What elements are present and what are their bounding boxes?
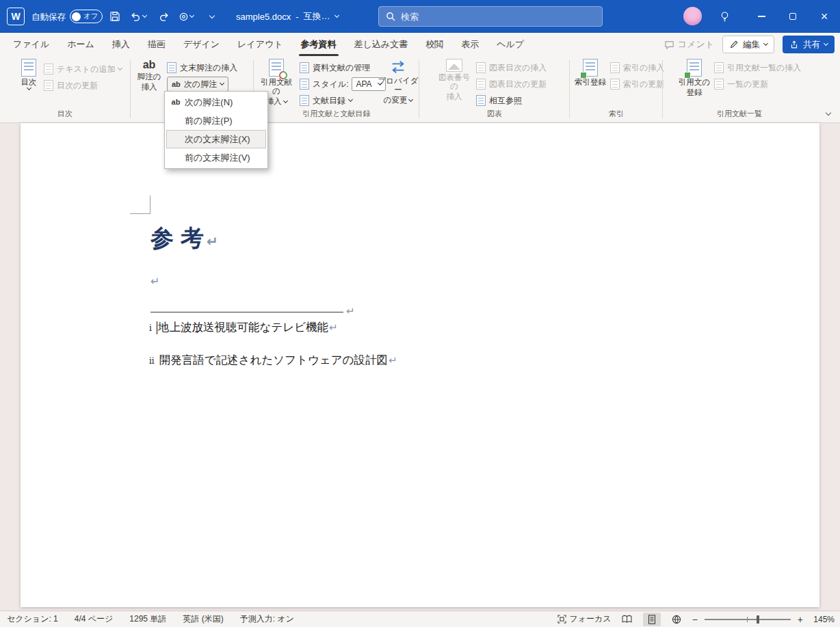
collapse-ribbon-button[interactable] — [826, 107, 830, 117]
group-label-index: 索引 — [570, 109, 662, 119]
focus-icon — [557, 615, 566, 624]
focus-mode-button[interactable]: フォーカス — [557, 613, 612, 625]
editing-mode-button[interactable]: 編集 — [722, 36, 774, 53]
chevron-down-icon — [220, 81, 224, 85]
maximize-button[interactable] — [777, 0, 809, 33]
tab-design[interactable]: デザイン — [174, 33, 228, 56]
autosave-toggle[interactable]: オフ — [70, 10, 103, 23]
menu-item-previous-endnote[interactable]: 前の文末脚注(V) — [166, 148, 266, 167]
zoom-in-button[interactable]: + — [798, 614, 803, 625]
cross-reference-button[interactable]: 相互参照 — [476, 93, 522, 108]
next-footnote-button[interactable]: ab 次の脚注 — [167, 77, 228, 92]
ab-next-footnote-icon: ab — [172, 98, 181, 106]
style-label: スタイル: — [313, 79, 348, 90]
insert-table-of-authorities-button[interactable]: 引用文献一覧の挿入 — [714, 60, 801, 75]
comments-button[interactable]: コメント — [664, 38, 714, 51]
chevron-down-icon — [826, 110, 831, 116]
document-page[interactable]: 参考 ↵ ↵ ↵ i 地上波放送視聴可能なテレビ機能 ↵ ii 開発言語で記述さ… — [21, 123, 819, 607]
insert-table-of-figures-button[interactable]: 図表目次の挿入 — [476, 60, 547, 75]
text-cursor — [157, 321, 157, 334]
group-label-authorities: 引用文献一覧 — [662, 109, 817, 119]
page-indicator[interactable]: 4/4 ページ — [75, 613, 114, 625]
read-mode-button[interactable] — [618, 613, 636, 626]
zoom-slider-thumb[interactable] — [757, 615, 759, 624]
group-divider — [130, 60, 131, 118]
lightbulb-icon[interactable] — [720, 11, 730, 25]
chevron-down-icon — [824, 41, 828, 46]
print-layout-icon — [647, 615, 657, 624]
mark-citation-button[interactable]: 引用文の 登録 — [677, 59, 711, 97]
tab-draw[interactable]: 描画 — [139, 33, 174, 56]
document-title[interactable]: sample5.docx - 互換… — [236, 10, 339, 23]
toc-button[interactable]: 目次 — [15, 59, 42, 90]
zoom-out-button[interactable]: − — [692, 614, 698, 625]
group-divider — [569, 60, 570, 118]
redo-icon — [159, 11, 170, 22]
footnote-separator-line — [150, 312, 343, 312]
word-count[interactable]: 1295 単語 — [129, 613, 166, 625]
document-heading: 参考 ↵ — [150, 223, 218, 254]
green-badge-icon — [684, 72, 691, 79]
top-right-actions: コメント 編集 共有 — [664, 36, 835, 53]
insert-endnote-icon — [167, 62, 176, 73]
mark-entry-icon — [583, 59, 598, 77]
add-text-button[interactable]: テキストの追加 — [44, 62, 122, 77]
group-divider — [419, 60, 419, 118]
tab-review[interactable]: 校閲 — [417, 33, 452, 56]
search-input[interactable] — [401, 12, 579, 22]
text-prediction-indicator[interactable]: 予測入力: オン — [240, 613, 294, 625]
menu-item-next-footnote[interactable]: ab 次の脚注(N) — [166, 93, 266, 111]
web-layout-button[interactable] — [668, 613, 685, 626]
insert-footnote-button[interactable]: ab 脚注の 挿入 — [134, 59, 164, 92]
print-layout-button[interactable] — [643, 613, 661, 626]
language-indicator[interactable]: 英語 (米国) — [183, 613, 223, 625]
update-toc-icon — [44, 80, 53, 91]
tab-file[interactable]: ファイル — [4, 33, 58, 56]
tab-help[interactable]: ヘルプ — [488, 33, 533, 56]
update-index-button[interactable]: 索引の更新 — [610, 77, 664, 92]
tab-layout[interactable]: レイアウト — [228, 33, 292, 56]
zoom-level[interactable]: 145% — [810, 615, 835, 624]
undo-icon — [130, 11, 141, 22]
status-bar: セクション: 1 4/4 ページ 1295 単語 英語 (米国) 予測入力: オ… — [0, 611, 840, 627]
autosave-state: オフ — [83, 12, 99, 21]
section-indicator[interactable]: セクション: 1 — [7, 613, 58, 625]
undo-menu-chevron[interactable] — [140, 10, 148, 23]
manage-sources-button[interactable]: 資料文献の管理 — [300, 60, 370, 75]
tab-mailings[interactable]: 差し込み文書 — [345, 33, 417, 56]
save-icon — [109, 11, 120, 22]
menu-item-next-endnote[interactable]: 次の文末脚注(X) — [166, 130, 266, 148]
tab-home[interactable]: ホーム — [58, 33, 103, 56]
paragraph-mark: ↵ — [329, 321, 338, 334]
ab-next-footnote-icon: ab — [172, 81, 181, 88]
minimize-button[interactable] — [746, 0, 777, 33]
swap-arrows-icon — [389, 59, 407, 75]
style-row: スタイル: APA — [300, 77, 386, 92]
menu-item-previous-footnote[interactable]: 前の脚注(P) — [166, 111, 266, 130]
search-bar[interactable] — [378, 6, 603, 27]
insert-index-button[interactable]: 索引の挿入 — [610, 60, 664, 75]
redo-button[interactable] — [157, 10, 171, 23]
user-avatar[interactable] — [683, 7, 702, 25]
zoom-slider[interactable] — [705, 619, 791, 620]
touch-mode-chevron[interactable] — [187, 10, 196, 23]
bibliography-button[interactable]: 文献目録 — [300, 93, 352, 108]
chevron-down-icon — [189, 13, 194, 18]
update-table-of-authorities-button[interactable]: 一覧の更新 — [714, 77, 768, 92]
change-provider-button[interactable]: プロバイダー の変更 — [378, 59, 419, 105]
close-button[interactable]: × — [809, 0, 840, 33]
insert-endnote-button[interactable]: 文末脚注の挿入 — [167, 60, 237, 75]
customize-quick-access-button[interactable] — [205, 10, 219, 23]
update-table-of-figures-icon — [476, 79, 486, 90]
tab-references[interactable]: 参考資料 — [292, 33, 345, 56]
update-table-of-figures-button[interactable]: 図表目次の更新 — [476, 77, 547, 92]
insert-caption-button[interactable]: 図表番号の 挿入 — [436, 59, 472, 101]
word-app-icon[interactable]: W — [7, 8, 25, 25]
mark-index-entry-button[interactable]: 索引登録 — [573, 59, 607, 87]
tab-insert[interactable]: 挿入 — [103, 33, 139, 56]
save-button[interactable] — [108, 10, 122, 23]
share-button[interactable]: 共有 — [783, 36, 835, 53]
chevron-down-icon — [408, 96, 413, 101]
update-toc-button[interactable]: 目次の更新 — [44, 78, 98, 93]
tab-view[interactable]: 表示 — [452, 33, 488, 56]
